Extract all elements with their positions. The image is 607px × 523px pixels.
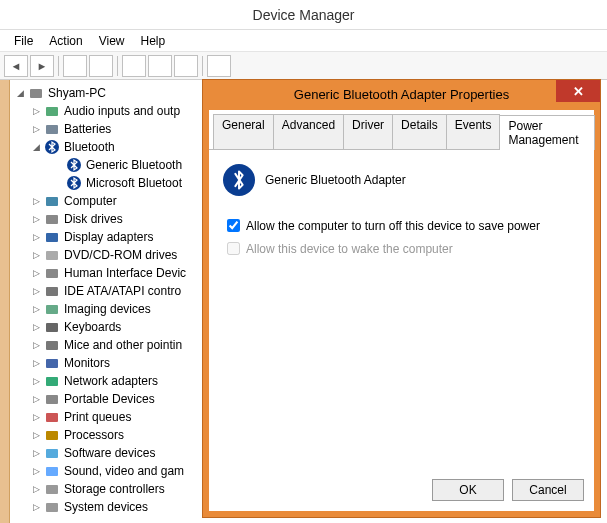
allow-turnoff-row[interactable]: Allow the computer to turn off this devi… xyxy=(223,216,580,235)
arrow-right-icon: ► xyxy=(37,60,48,72)
system-icon xyxy=(44,499,60,515)
expander-icon[interactable]: ▷ xyxy=(30,195,42,207)
menu-action[interactable]: Action xyxy=(43,32,88,50)
tab-events[interactable]: Events xyxy=(446,114,501,149)
bluetooth-icon xyxy=(223,164,255,196)
expander-icon[interactable] xyxy=(52,159,64,171)
expander-icon[interactable]: ▷ xyxy=(30,303,42,315)
monitor-icon xyxy=(44,355,60,371)
bt-icon xyxy=(66,157,82,173)
tab-details[interactable]: Details xyxy=(392,114,447,149)
storage-icon xyxy=(44,481,60,497)
svg-rect-15 xyxy=(46,359,58,368)
toolbar-button-5[interactable] xyxy=(174,55,198,77)
svg-rect-16 xyxy=(46,377,58,386)
svg-rect-0 xyxy=(30,89,42,98)
tree-item-label: Batteries xyxy=(64,122,111,136)
close-button[interactable]: ✕ xyxy=(556,80,600,102)
toolbar-button-2[interactable] xyxy=(89,55,113,77)
expander-icon[interactable]: ▷ xyxy=(30,393,42,405)
back-button[interactable]: ◄ xyxy=(4,55,28,77)
dialog-body: GeneralAdvancedDriverDetailsEventsPower … xyxy=(209,110,594,511)
audio-icon xyxy=(44,103,60,119)
battery-icon xyxy=(44,121,60,137)
computer-icon xyxy=(28,85,44,101)
keyboard-icon xyxy=(44,319,60,335)
expander-icon[interactable]: ▷ xyxy=(30,411,42,423)
toolbar-button-3[interactable] xyxy=(122,55,146,77)
expander-icon[interactable]: ▷ xyxy=(30,285,42,297)
expander-icon[interactable]: ▷ xyxy=(30,447,42,459)
forward-button[interactable]: ► xyxy=(30,55,54,77)
tree-item-label: Bluetooth xyxy=(64,140,115,154)
toolbar: ◄ ► xyxy=(0,52,607,80)
svg-rect-7 xyxy=(46,215,58,224)
tree-item-label: IDE ATA/ATAPI contro xyxy=(64,284,181,298)
tree-item-label: Software devices xyxy=(64,446,155,460)
svg-rect-21 xyxy=(46,467,58,476)
svg-rect-6 xyxy=(46,197,58,206)
menu-file[interactable]: File xyxy=(8,32,39,50)
expander-icon[interactable]: ▷ xyxy=(30,213,42,225)
tab-driver[interactable]: Driver xyxy=(343,114,393,149)
disk-icon xyxy=(44,211,60,227)
tree-item-label: Display adapters xyxy=(64,230,153,244)
device-name: Generic Bluetooth Adapter xyxy=(265,173,406,187)
display-icon xyxy=(44,229,60,245)
tree-item-label: Disk drives xyxy=(64,212,123,226)
expander-icon[interactable]: ▷ xyxy=(30,321,42,333)
tab-advanced[interactable]: Advanced xyxy=(273,114,344,149)
expander-icon[interactable]: ▷ xyxy=(30,123,42,135)
tree-item-label: Audio inputs and outp xyxy=(64,104,180,118)
expander-icon[interactable]: ▷ xyxy=(30,339,42,351)
expander-icon[interactable]: ◢ xyxy=(14,87,26,99)
expander-icon[interactable]: ▷ xyxy=(30,483,42,495)
tree-item-label: Mice and other pointin xyxy=(64,338,182,352)
dialog-titlebar[interactable]: Generic Bluetooth Adapter Properties ✕ xyxy=(203,80,600,108)
expander-icon[interactable]: ▷ xyxy=(30,357,42,369)
tree-item-label: Keyboards xyxy=(64,320,121,334)
dvd-icon xyxy=(44,247,60,263)
ok-button[interactable]: OK xyxy=(432,479,504,501)
svg-rect-12 xyxy=(46,305,58,314)
expander-icon[interactable]: ▷ xyxy=(30,429,42,441)
ide-icon xyxy=(44,283,60,299)
svg-rect-8 xyxy=(46,233,58,242)
svg-rect-23 xyxy=(46,503,58,512)
expander-icon[interactable]: ▷ xyxy=(30,267,42,279)
svg-rect-9 xyxy=(46,251,58,260)
bt-icon xyxy=(44,139,60,155)
expander-icon[interactable]: ▷ xyxy=(30,375,42,387)
mouse-icon xyxy=(44,337,60,353)
window-titlebar: Device Manager xyxy=(0,0,607,30)
menubar: File Action View Help xyxy=(0,30,607,52)
toolbar-button-4[interactable] xyxy=(148,55,172,77)
expander-icon[interactable] xyxy=(52,177,64,189)
menu-view[interactable]: View xyxy=(93,32,131,50)
tree-item-label: Monitors xyxy=(64,356,110,370)
expander-icon[interactable]: ▷ xyxy=(30,105,42,117)
network-icon xyxy=(44,373,60,389)
menu-help[interactable]: Help xyxy=(135,32,172,50)
computer-icon xyxy=(44,193,60,209)
toolbar-button-1[interactable] xyxy=(63,55,87,77)
cancel-button[interactable]: Cancel xyxy=(512,479,584,501)
allow-wake-checkbox xyxy=(227,242,240,255)
expander-icon[interactable]: ▷ xyxy=(30,231,42,243)
dialog-buttons: OK Cancel xyxy=(432,479,584,501)
expander-icon[interactable]: ◢ xyxy=(30,141,42,153)
tree-item-label: Print queues xyxy=(64,410,131,424)
expander-icon[interactable]: ▷ xyxy=(30,465,42,477)
imaging-icon xyxy=(44,301,60,317)
properties-dialog: Generic Bluetooth Adapter Properties ✕ G… xyxy=(203,80,600,517)
svg-rect-11 xyxy=(46,287,58,296)
tab-general[interactable]: General xyxy=(213,114,274,149)
tree-item-label: Processors xyxy=(64,428,124,442)
tab-power-management[interactable]: Power Management xyxy=(499,115,595,150)
allow-turnoff-checkbox[interactable] xyxy=(227,219,240,232)
toolbar-button-6[interactable] xyxy=(207,55,231,77)
tree-item-label: Computer xyxy=(64,194,117,208)
expander-icon[interactable]: ▷ xyxy=(30,501,42,513)
svg-rect-2 xyxy=(46,125,58,134)
expander-icon[interactable]: ▷ xyxy=(30,249,42,261)
